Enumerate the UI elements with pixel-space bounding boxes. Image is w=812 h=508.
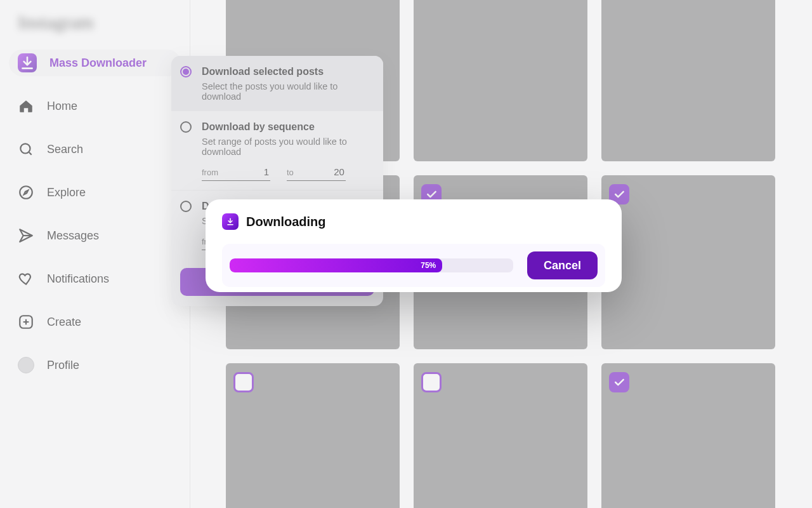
modal-body: 75% Cancel <box>222 244 605 287</box>
downloading-modal: Downloading 75% Cancel <box>206 199 622 292</box>
progress-bar-fill <box>230 258 442 272</box>
cancel-button[interactable]: Cancel <box>527 251 598 279</box>
progress-bar: 75% <box>230 258 513 272</box>
progress-percent-label: 75% <box>421 258 436 272</box>
modal-header: Downloading <box>222 213 605 230</box>
download-square-icon <box>222 213 239 230</box>
modal-title: Downloading <box>246 215 326 229</box>
